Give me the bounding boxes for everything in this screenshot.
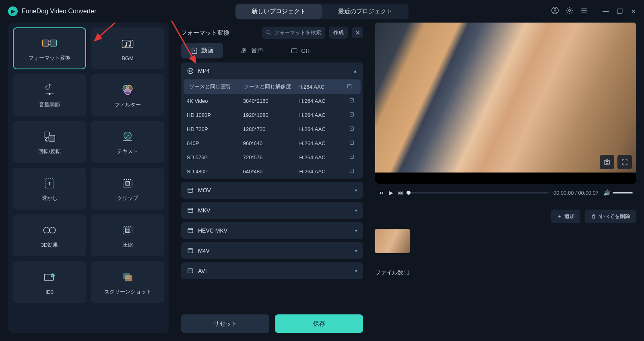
tool-label: 回転/反転 xyxy=(38,148,61,155)
format-panel: フォーマット変換 フォーマットを検索 作成 ✕ 動画 音声 GIF xyxy=(175,23,369,333)
tool-label: 3D効果 xyxy=(41,241,58,249)
reset-button[interactable]: リセット xyxy=(181,314,269,333)
save-button[interactable]: 保存 xyxy=(275,314,363,333)
format-mov[interactable]: MOV▾ xyxy=(181,182,363,199)
tool-3d[interactable]: 3D効果 xyxy=(13,214,86,256)
tools-panel: フォーマット変換BGM音量調節フィルター回転/反転テキストT透かしクリップ3D効… xyxy=(8,23,169,333)
tab-new-project[interactable]: 新しいプロジェクト xyxy=(235,4,322,19)
panel-close[interactable]: ✕ xyxy=(352,27,363,38)
svg-rect-18 xyxy=(126,181,130,185)
search-placeholder: フォーマットを検索 xyxy=(274,29,321,36)
svg-rect-41 xyxy=(188,208,193,213)
svg-rect-44 xyxy=(188,269,193,273)
svg-rect-42 xyxy=(188,229,193,233)
preview-panel: ⏮ ▶ ⏭ 00:00:00 / 00:00:07 🔊 ＋追加 すべてを削除 フ… xyxy=(375,23,636,333)
tool-rotate[interactable]: 回転/反転 xyxy=(13,121,86,163)
compress-icon xyxy=(120,222,136,238)
create-button[interactable]: 作成 xyxy=(329,27,348,39)
spec-row[interactable]: SD 480P640*480H.264,AAC xyxy=(181,164,363,179)
volume-slider[interactable] xyxy=(613,192,633,193)
type-tab-gif[interactable]: GIF xyxy=(281,43,321,58)
spec-row[interactable]: 4K Video3840*2160H.264,AAC xyxy=(181,94,363,108)
edit-spec-icon[interactable] xyxy=(346,126,357,133)
tool-text[interactable]: テキスト xyxy=(91,121,164,163)
format-mp4[interactable]: MP4▲ xyxy=(181,62,363,79)
svg-point-2 xyxy=(569,9,571,11)
edit-spec-icon[interactable] xyxy=(346,112,357,119)
tab-recent-project[interactable]: 最近のプロジェクト xyxy=(322,4,409,19)
edit-spec-icon[interactable] xyxy=(346,140,357,147)
edit-spec-icon[interactable] xyxy=(346,154,357,161)
svg-rect-40 xyxy=(188,188,193,193)
file-count: ファイル数: 1 xyxy=(375,269,636,277)
format-search[interactable]: フォーマットを検索 xyxy=(262,27,325,39)
type-tab-audio[interactable]: 音声 xyxy=(231,43,273,58)
svg-marker-29 xyxy=(194,50,196,52)
spec-row[interactable]: 640P960*640H.264,AAC xyxy=(181,136,363,150)
tool-bgm[interactable]: BGM xyxy=(91,27,164,69)
tool-watermark[interactable]: T透かし xyxy=(13,168,86,210)
play-button[interactable]: ▶ xyxy=(389,189,393,196)
svg-point-6 xyxy=(124,45,126,47)
format-mkv[interactable]: MKV▾ xyxy=(181,202,363,219)
edit-spec-icon[interactable] xyxy=(346,168,357,175)
tool-id3[interactable]: ID3 xyxy=(13,261,86,303)
spec-row[interactable]: HD 720P1280*720H.264,AAC xyxy=(181,122,363,136)
fullscreen-button[interactable] xyxy=(617,155,632,169)
format-avi[interactable]: AVI▾ xyxy=(181,262,363,279)
svg-rect-26 xyxy=(125,275,132,281)
account-icon[interactable] xyxy=(551,6,559,17)
project-tabs: 新しいプロジェクト 最近のプロジェクト xyxy=(235,4,409,19)
tool-compress[interactable]: 圧縮 xyxy=(91,214,164,256)
window-close[interactable]: ✕ xyxy=(631,8,636,15)
tool-label: フィルター xyxy=(115,101,141,108)
snapshot-button[interactable] xyxy=(600,155,614,169)
svg-rect-4 xyxy=(50,40,57,46)
tool-volume[interactable]: 音量調節 xyxy=(13,74,86,116)
text-icon xyxy=(120,129,136,145)
clip-thumbnail[interactable] xyxy=(375,229,410,253)
volume-icon[interactable]: 🔊 xyxy=(603,189,610,196)
tool-label: クリップ xyxy=(117,195,138,202)
rotate-icon xyxy=(41,129,58,145)
tool-clip[interactable]: クリップ xyxy=(91,168,164,210)
next-button[interactable]: ⏭ xyxy=(398,189,404,196)
tool-label: BGM xyxy=(122,55,134,61)
format-hevc mkv[interactable]: HEVC MKV▾ xyxy=(181,222,363,239)
svg-point-20 xyxy=(50,227,56,233)
spec-row[interactable]: ソースと同じ画質ソースと同じ解像度H.264,AAC xyxy=(184,79,361,94)
filter-icon xyxy=(120,82,136,98)
edit-spec-icon[interactable] xyxy=(346,98,357,104)
tool-label: スクリーンショット xyxy=(104,288,151,295)
settings-icon[interactable] xyxy=(566,6,574,17)
tool-convert[interactable]: フォーマット変換 xyxy=(13,27,86,69)
menu-icon[interactable] xyxy=(580,6,588,17)
bgm-icon xyxy=(120,36,136,52)
playback-time: 00:00:00 / 00:00:07 xyxy=(553,190,599,196)
delete-all-button[interactable]: すべてを削除 xyxy=(585,210,636,223)
svg-rect-13 xyxy=(49,135,55,141)
tool-screenshot[interactable]: スクリーンショット xyxy=(91,261,164,303)
svg-point-1 xyxy=(554,8,556,10)
tool-label: 透かし xyxy=(42,195,58,202)
type-tab-video[interactable]: 動画 xyxy=(181,43,223,58)
watermark-icon: T xyxy=(41,175,58,191)
seek-bar[interactable] xyxy=(409,192,549,193)
spec-row[interactable]: HD 1080P1920*1080H.264,AAC xyxy=(181,108,363,122)
video-preview xyxy=(375,23,636,184)
prev-button[interactable]: ⏮ xyxy=(378,189,384,196)
tool-label: 音量調節 xyxy=(39,101,60,108)
svg-point-11 xyxy=(124,89,130,95)
app-title: FoneDog Video Converter xyxy=(22,8,97,15)
window-minimize[interactable]: — xyxy=(603,8,609,15)
format-m4v[interactable]: M4V▾ xyxy=(181,242,363,259)
app-logo-icon: ▶ xyxy=(8,6,18,16)
add-clip-button[interactable]: ＋追加 xyxy=(551,210,580,223)
tool-filter[interactable]: フィルター xyxy=(91,74,164,116)
svg-text:T: T xyxy=(48,181,51,187)
window-maximize[interactable]: ❐ xyxy=(617,8,623,15)
spec-row[interactable]: SD 576P720*576H.264,AAC xyxy=(181,150,363,164)
volume-icon xyxy=(41,82,58,98)
edit-spec-icon[interactable] xyxy=(344,83,355,90)
clip-icon xyxy=(120,175,136,191)
